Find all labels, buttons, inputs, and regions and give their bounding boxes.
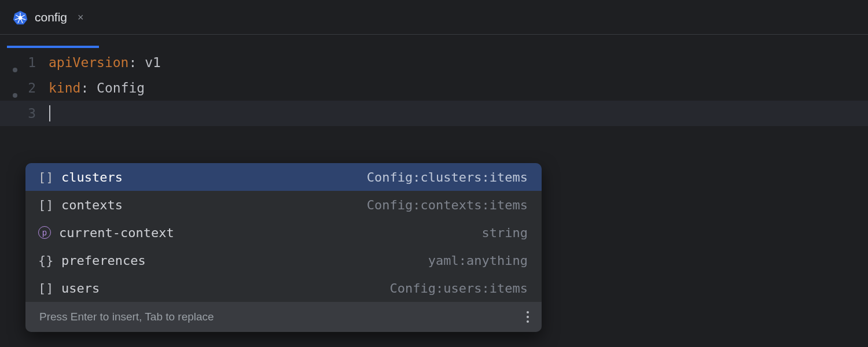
code-line: 3 bbox=[0, 101, 868, 126]
autocomplete-hint: Press Enter to insert, Tab to replace bbox=[39, 311, 214, 323]
autocomplete-label: preferences bbox=[61, 253, 146, 268]
autocomplete-label: clusters bbox=[61, 170, 123, 184]
gutter-marker-icon bbox=[13, 93, 17, 98]
autocomplete-item[interactable]: [] clusters Config:clusters:items bbox=[25, 163, 542, 191]
autocomplete-item[interactable]: p current-context string bbox=[25, 219, 542, 246]
gutter[interactable]: 1 bbox=[0, 55, 49, 70]
kubernetes-icon bbox=[13, 10, 28, 25]
autocomplete-item[interactable]: [] contexts Config:contexts:items bbox=[25, 191, 542, 219]
autocomplete-footer: Press Enter to insert, Tab to replace bbox=[25, 302, 542, 332]
autocomplete-type: Config:contexts:items bbox=[367, 198, 528, 212]
autocomplete-label: users bbox=[61, 281, 100, 296]
autocomplete-item[interactable]: [] users Config:users:items bbox=[25, 274, 542, 302]
yaml-colon: : bbox=[128, 55, 145, 70]
code-editor[interactable]: 1 apiVersion : v1 2 kind : Config 3 [] c… bbox=[0, 35, 868, 126]
object-icon: {} bbox=[38, 253, 53, 268]
property-icon: p bbox=[38, 226, 51, 239]
gutter-marker-icon bbox=[13, 68, 17, 72]
autocomplete-item[interactable]: {} preferences yaml:anything bbox=[25, 246, 542, 274]
close-icon[interactable]: × bbox=[78, 12, 84, 23]
autocomplete-popup: [] clusters Config:clusters:items [] con… bbox=[25, 163, 542, 332]
code-line: 2 kind : Config bbox=[0, 75, 868, 101]
array-icon: [] bbox=[38, 170, 53, 184]
tab-config[interactable]: config × bbox=[0, 0, 94, 34]
line-number: 3 bbox=[28, 106, 36, 121]
line-number: 2 bbox=[28, 80, 36, 95]
autocomplete-label: contexts bbox=[61, 198, 123, 212]
autocomplete-type: Config:users:items bbox=[390, 281, 528, 296]
text-caret bbox=[49, 105, 50, 121]
autocomplete-type: yaml:anything bbox=[428, 253, 528, 268]
more-options-icon[interactable] bbox=[523, 308, 532, 326]
code-line: 1 apiVersion : v1 bbox=[0, 50, 868, 75]
tab-title: config bbox=[35, 10, 67, 24]
line-number: 1 bbox=[28, 55, 36, 70]
gutter[interactable]: 3 bbox=[0, 106, 49, 121]
yaml-colon: : bbox=[80, 80, 97, 95]
array-icon: [] bbox=[38, 198, 53, 212]
yaml-value: Config bbox=[97, 80, 145, 95]
autocomplete-type: string bbox=[482, 226, 528, 240]
gutter[interactable]: 2 bbox=[0, 80, 49, 95]
autocomplete-type: Config:clusters:items bbox=[367, 170, 528, 184]
tab-bar: config × bbox=[0, 0, 868, 35]
yaml-value: v1 bbox=[145, 55, 161, 70]
array-icon: [] bbox=[38, 281, 53, 296]
yaml-key: apiVersion bbox=[49, 55, 128, 70]
autocomplete-label: current-context bbox=[59, 226, 174, 240]
yaml-key: kind bbox=[49, 80, 80, 95]
